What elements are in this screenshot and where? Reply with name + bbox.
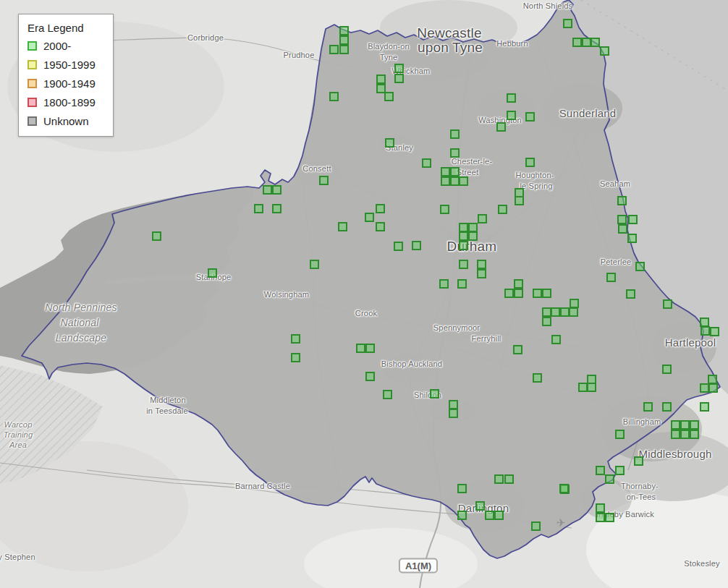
- era-marker[interactable]: [208, 268, 217, 278]
- era-marker[interactable]: [498, 205, 507, 214]
- era-marker[interactable]: [459, 176, 468, 186]
- era-marker[interactable]: [496, 122, 506, 132]
- era-marker[interactable]: [450, 148, 460, 158]
- era-marker[interactable]: [680, 430, 690, 439]
- era-marker[interactable]: [507, 93, 516, 103]
- era-marker[interactable]: [596, 466, 605, 475]
- era-marker[interactable]: [468, 231, 478, 241]
- era-marker[interactable]: [338, 222, 347, 231]
- era-marker[interactable]: [152, 231, 161, 241]
- era-marker[interactable]: [615, 430, 625, 439]
- era-marker[interactable]: [475, 501, 485, 511]
- era-marker[interactable]: [477, 269, 486, 278]
- era-marker[interactable]: [662, 365, 672, 374]
- era-marker[interactable]: [365, 372, 375, 381]
- era-marker[interactable]: [606, 273, 616, 282]
- era-marker[interactable]: [680, 420, 690, 430]
- era-marker[interactable]: [272, 185, 282, 195]
- era-marker[interactable]: [272, 204, 282, 213]
- era-marker[interactable]: [572, 38, 582, 47]
- era-marker[interactable]: [563, 19, 572, 28]
- era-marker[interactable]: [635, 262, 645, 271]
- era-marker[interactable]: [628, 215, 638, 224]
- era-marker[interactable]: [559, 484, 569, 493]
- era-marker[interactable]: [542, 317, 551, 326]
- era-marker[interactable]: [626, 289, 635, 299]
- era-marker[interactable]: [663, 299, 672, 309]
- era-marker[interactable]: [412, 241, 421, 250]
- era-marker[interactable]: [617, 215, 627, 224]
- era-marker[interactable]: [700, 402, 709, 412]
- era-marker[interactable]: [459, 231, 468, 241]
- era-marker[interactable]: [634, 456, 643, 466]
- era-marker[interactable]: [533, 373, 542, 383]
- era-marker[interactable]: [605, 474, 614, 484]
- map-canvas[interactable]: Newcastleupon TyneDurhamSunderlandMiddle…: [0, 0, 728, 588]
- era-marker[interactable]: [569, 307, 578, 317]
- era-marker[interactable]: [449, 409, 458, 418]
- era-marker[interactable]: [263, 185, 272, 195]
- era-marker[interactable]: [478, 214, 487, 223]
- era-marker[interactable]: [365, 344, 375, 353]
- era-marker[interactable]: [441, 176, 450, 186]
- era-marker[interactable]: [459, 241, 468, 250]
- era-marker[interactable]: [384, 92, 394, 101]
- era-marker[interactable]: [525, 158, 535, 167]
- era-marker[interactable]: [394, 74, 404, 83]
- era-marker[interactable]: [376, 222, 385, 231]
- era-marker[interactable]: [600, 46, 609, 56]
- era-marker[interactable]: [596, 503, 605, 513]
- era-marker[interactable]: [605, 513, 614, 522]
- era-marker[interactable]: [291, 353, 300, 362]
- era-marker[interactable]: [514, 289, 523, 298]
- era-marker[interactable]: [385, 138, 394, 148]
- era-marker[interactable]: [618, 224, 627, 234]
- era-marker[interactable]: [319, 176, 329, 185]
- era-marker[interactable]: [450, 167, 460, 176]
- era-marker[interactable]: [551, 307, 560, 317]
- era-marker[interactable]: [459, 260, 468, 269]
- era-marker[interactable]: [254, 204, 263, 213]
- era-marker[interactable]: [627, 234, 637, 243]
- era-marker[interactable]: [542, 289, 551, 298]
- era-marker[interactable]: [339, 35, 349, 45]
- era-marker[interactable]: [615, 466, 625, 475]
- era-marker[interactable]: [710, 327, 719, 336]
- era-marker[interactable]: [708, 383, 718, 393]
- era-marker[interactable]: [504, 289, 514, 298]
- era-marker[interactable]: [477, 260, 486, 269]
- era-marker[interactable]: [671, 430, 680, 439]
- era-marker[interactable]: [690, 430, 699, 439]
- era-marker[interactable]: [450, 129, 460, 139]
- era-marker[interactable]: [339, 26, 349, 35]
- era-marker[interactable]: [701, 326, 710, 336]
- era-marker[interactable]: [457, 511, 467, 520]
- era-marker[interactable]: [533, 289, 542, 298]
- era-marker[interactable]: [643, 402, 653, 412]
- era-marker[interactable]: [525, 112, 535, 122]
- era-marker[interactable]: [422, 158, 431, 168]
- era-marker[interactable]: [671, 420, 680, 430]
- era-marker[interactable]: [457, 484, 467, 493]
- era-marker[interactable]: [662, 402, 672, 412]
- era-marker[interactable]: [394, 242, 403, 251]
- era-marker[interactable]: [690, 420, 699, 430]
- era-marker[interactable]: [507, 111, 516, 120]
- era-marker[interactable]: [513, 345, 522, 354]
- era-marker[interactable]: [376, 204, 385, 213]
- era-marker[interactable]: [310, 260, 319, 269]
- era-marker[interactable]: [596, 513, 605, 522]
- era-marker[interactable]: [339, 45, 349, 54]
- era-marker[interactable]: [356, 344, 365, 353]
- era-marker[interactable]: [531, 521, 541, 531]
- era-marker[interactable]: [587, 383, 596, 392]
- era-marker[interactable]: [515, 196, 524, 205]
- era-marker[interactable]: [291, 334, 300, 344]
- era-marker[interactable]: [329, 45, 339, 54]
- era-marker[interactable]: [440, 205, 449, 214]
- era-marker[interactable]: [514, 279, 523, 289]
- era-marker[interactable]: [441, 167, 450, 176]
- era-marker[interactable]: [551, 335, 561, 344]
- era-marker[interactable]: [376, 74, 386, 84]
- era-marker[interactable]: [494, 474, 504, 484]
